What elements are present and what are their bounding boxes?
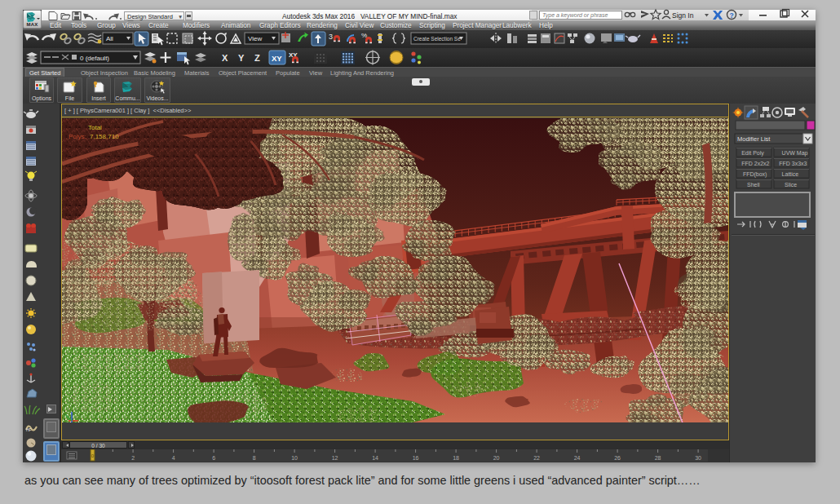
svg-text:UVW Map: UVW Map xyxy=(782,150,808,157)
svg-text:Lattice: Lattice xyxy=(782,171,799,177)
svg-text:HF: HF xyxy=(26,427,32,432)
svg-text:28: 28 xyxy=(655,455,661,461)
svg-text:14: 14 xyxy=(372,455,378,461)
svg-text:12: 12 xyxy=(332,455,338,461)
svg-text:16: 16 xyxy=(413,455,419,461)
svg-text:X: X xyxy=(222,53,228,63)
svg-text:10: 10 xyxy=(291,455,298,461)
svg-text:Total: Total xyxy=(88,124,102,131)
svg-text:Create Selection Se: Create Selection Se xyxy=(413,36,461,42)
svg-text:Y: Y xyxy=(238,53,245,63)
svg-text:Polys:: Polys: xyxy=(69,133,86,140)
svg-text:6: 6 xyxy=(212,455,215,461)
svg-text:Edit Poly: Edit Poly xyxy=(741,150,764,157)
svg-text:26: 26 xyxy=(614,455,621,461)
svg-text:0 (default): 0 (default) xyxy=(80,55,109,62)
svg-text:FFD(box): FFD(box) xyxy=(743,171,767,178)
svg-text:View: View xyxy=(248,35,262,42)
svg-text:Shell: Shell xyxy=(747,182,760,188)
svg-text:4: 4 xyxy=(172,455,175,461)
svg-text:All: All xyxy=(106,35,113,42)
svg-text:18: 18 xyxy=(453,455,459,461)
svg-text:FFD 3x3x3: FFD 3x3x3 xyxy=(779,161,807,166)
svg-text:Slice: Slice xyxy=(785,182,797,188)
svg-text:XY: XY xyxy=(272,54,282,63)
svg-text:FFD 2x2x2: FFD 2x2x2 xyxy=(741,161,769,166)
svg-text:8: 8 xyxy=(253,455,256,461)
svg-text:7,158,710: 7,158,710 xyxy=(90,133,119,140)
svg-text:22: 22 xyxy=(533,455,540,461)
svg-text:Modifier List: Modifier List xyxy=(737,135,771,143)
svg-text:2: 2 xyxy=(131,455,135,461)
svg-text:20: 20 xyxy=(493,455,500,461)
svg-text:?: ? xyxy=(730,11,734,20)
svg-text:Sign In: Sign In xyxy=(672,11,694,20)
svg-text:Z: Z xyxy=(254,53,260,63)
svg-text:30: 30 xyxy=(695,455,701,461)
svg-text:3: 3 xyxy=(329,33,333,41)
svg-text:24: 24 xyxy=(574,455,581,461)
